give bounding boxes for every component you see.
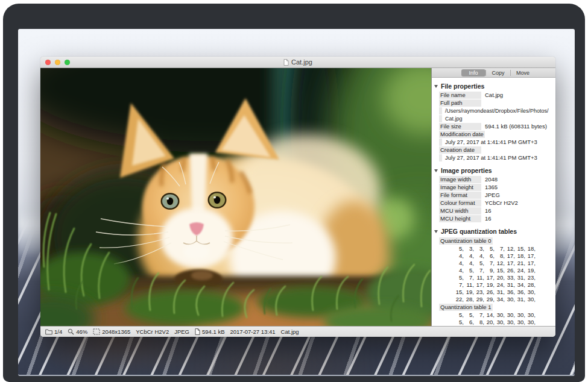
label-column-sliver: [439, 139, 442, 146]
quant-value: 22,: [454, 296, 464, 303]
quant-value: 17,: [525, 252, 536, 260]
sidebar-tabs: Info Copy Move: [432, 68, 555, 78]
quant-value: 30,: [525, 319, 536, 326]
titlebar[interactable]: Cat.jpg: [40, 57, 555, 68]
quant-value: 15,: [515, 245, 525, 252]
quant-value: 5,: [484, 245, 495, 252]
tab-copy[interactable]: Copy: [486, 69, 510, 77]
quant-value: 3,: [464, 245, 474, 252]
quant-value: 4,: [454, 252, 464, 260]
quant-table-1-label: Quantization table 1: [439, 303, 553, 312]
property-label: MCU width: [439, 207, 481, 214]
quant-value: 29,: [474, 296, 484, 303]
document-icon: [283, 59, 289, 66]
quant-value: 28,: [464, 296, 474, 303]
quant-value: 30,: [505, 319, 515, 326]
quant-value: 24,: [495, 281, 505, 289]
property-row: Image width 2048: [439, 176, 553, 183]
quant-value: 30,: [525, 289, 536, 296]
quant-value: 7,: [474, 312, 484, 319]
quant-value: 4,: [454, 260, 464, 267]
quant-value: 31,: [495, 289, 505, 296]
quant-value: 23,: [525, 274, 536, 281]
quant-value: 7,: [464, 274, 474, 281]
close-button[interactable]: [45, 60, 51, 65]
property-value: YCbCr H2V2: [485, 199, 518, 207]
tab-info[interactable]: Info: [461, 69, 485, 77]
quant-table-row: 5,6,8,20,30,30,30,30,: [447, 319, 536, 326]
quant-value: 8,: [474, 319, 484, 326]
quant-table-row: 4,4,4,6,8,17,18,17,: [447, 252, 536, 260]
quant-table-0: 5,3,3,5,7,12,15,18,4,4,4,6,8,17,18,17,4,…: [447, 245, 553, 303]
section-title: JPEG quantization tables: [441, 228, 517, 235]
property-value-line: July 27, 2017 at 1:41:41 PM GMT+3: [439, 154, 553, 161]
photo-viewer[interactable]: [40, 68, 431, 326]
property-label: Image width: [439, 176, 481, 183]
quant-value: 5,: [454, 245, 464, 252]
quant-value: 15,: [454, 289, 464, 296]
quant-table-row: 4,5,7,9,15,26,24,19,: [447, 267, 536, 274]
window-title-group: Cat.jpg: [283, 58, 312, 66]
section-image-properties[interactable]: Image properties: [434, 167, 553, 174]
property-row: Full path: [439, 99, 553, 107]
property-value: JPEG: [485, 192, 500, 199]
quant-value: 28,: [525, 281, 536, 289]
quant-value: 18,: [515, 252, 525, 260]
property-value: 2048: [485, 176, 498, 183]
quant-table-row: 7,11,17,19,24,31,34,28,: [447, 281, 536, 289]
quant-value: 26,: [484, 289, 495, 296]
quant-value: 7,: [495, 245, 505, 252]
triangle-down-icon: [434, 85, 438, 88]
quant-value: 29,: [484, 296, 495, 303]
quant-value: 19,: [464, 289, 474, 296]
quant-value: 30,: [495, 312, 505, 319]
quant-value: 7,: [474, 267, 484, 274]
property-label: Full path: [439, 99, 481, 107]
quant-value: 30,: [505, 312, 515, 319]
statusbar-file-size: 594.1 kB: [195, 328, 225, 335]
desktop-wallpaper: Cat.jpg: [18, 29, 575, 376]
property-row: MCU width 16: [439, 207, 553, 214]
section-title: Image properties: [441, 167, 492, 174]
property-row: Colour format YCbCr H2V2: [439, 199, 553, 207]
zoom-button[interactable]: [65, 60, 70, 65]
quant-value: 12,: [505, 245, 515, 252]
quant-value: 7,: [484, 260, 495, 267]
quant-value: 6,: [484, 252, 495, 260]
quant-table-row: 4,4,5,7,12,17,21,17,: [447, 260, 536, 267]
info-panel[interactable]: File properties File name Cat.jpg Full p…: [432, 78, 555, 326]
section-quantization-tables[interactable]: JPEG quantization tables: [434, 228, 553, 235]
tab-move[interactable]: Move: [511, 69, 535, 77]
statusbar: 1/4 46% 2048x1365 YCbCr H2V2: [40, 326, 555, 337]
property-label: Creation date: [439, 146, 481, 154]
property-label: Image height: [439, 184, 481, 191]
property-row: File format JPEG: [439, 192, 553, 199]
section-title: File properties: [441, 83, 484, 90]
property-label: File format: [439, 192, 481, 199]
quant-table-row: 5,7,11,17,20,33,31,23,: [447, 274, 536, 281]
quant-value: 30,: [525, 312, 536, 319]
quant-value: 4,: [464, 260, 474, 267]
magnifier-icon: [68, 328, 74, 335]
quant-table-0-label: Quantization table 0: [439, 237, 553, 245]
quant-value: 4,: [474, 252, 484, 260]
quant-value: 36,: [505, 289, 515, 296]
quant-value: 4,: [454, 267, 464, 274]
property-label: File name: [439, 92, 481, 99]
minimize-button[interactable]: [55, 60, 60, 65]
property-label: File size: [439, 123, 481, 130]
selection-icon: [93, 328, 100, 335]
folder-icon: [45, 329, 52, 335]
quant-value: 30,: [525, 296, 536, 303]
statusbar-colour-format: YCbCr H2V2: [136, 328, 169, 335]
property-value: 1365: [485, 184, 498, 191]
label-column-sliver: [439, 107, 442, 114]
quant-value: 31,: [515, 274, 525, 281]
property-value: 594.1 kB (608311 bytes): [485, 123, 547, 130]
quant-value: 17,: [505, 252, 515, 260]
quant-value: 17,: [474, 281, 484, 289]
property-value: July 27, 2017 at 1:41:41 PM GMT+3: [445, 139, 537, 146]
quant-value: 5,: [454, 312, 464, 319]
quant-value: 20,: [495, 274, 505, 281]
section-file-properties[interactable]: File properties: [434, 83, 553, 90]
